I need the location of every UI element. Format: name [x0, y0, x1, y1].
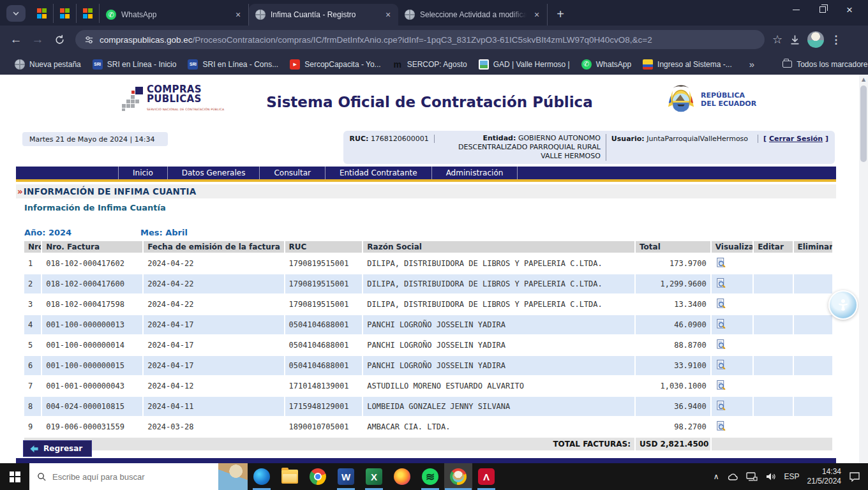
page-scrollbar[interactable]: ▲ — [859, 75, 868, 463]
restore-button[interactable] — [809, 0, 836, 19]
browser-tab[interactable]: Seleccione Actividad a modifica × — [398, 4, 548, 26]
bookmark-item[interactable]: SRI en Línea - Cons... — [182, 57, 284, 72]
language-indicator[interactable]: ESP — [784, 472, 800, 481]
start-button[interactable] — [0, 463, 29, 490]
visualizar-icon[interactable] — [715, 278, 726, 288]
tab-close-icon[interactable]: × — [233, 10, 243, 20]
cell-total: 33.9100 — [636, 356, 710, 375]
visualizar-icon[interactable] — [715, 380, 726, 390]
emblem-line1: REPÚBLICA — [701, 91, 756, 100]
address-bar[interactable]: compraspublicas.gob.ec/ProcesoContrataci… — [75, 30, 765, 49]
taskbar-app[interactable] — [304, 463, 332, 490]
cell-razon-social: PANCHI LOGROÑO JOSSELIN YADIRA — [363, 315, 634, 334]
new-tab-button[interactable]: + — [551, 5, 569, 23]
volume-icon[interactable] — [765, 472, 777, 481]
bookmark-favicon — [290, 59, 300, 70]
close-button[interactable]: × — [836, 0, 863, 19]
taskbar-app[interactable] — [472, 463, 500, 490]
site-settings-icon[interactable] — [84, 35, 94, 45]
bookmark-item[interactable]: SercopCapacita - Yo... — [284, 57, 386, 72]
cell-nro: 1 — [24, 254, 41, 273]
nav-menu-item[interactable]: Datos Generales — [168, 167, 260, 179]
year-label: Año: 2024 — [24, 228, 71, 237]
breadcrumb: INFORMACIÓN DE INFIMA CUANTIA — [24, 186, 197, 197]
visualizar-icon[interactable] — [715, 318, 726, 329]
bookmark-star-icon[interactable]: ☆ — [772, 33, 782, 47]
scrollbar-up-icon[interactable]: ▲ — [859, 75, 868, 84]
invoice-table-row: 8 004-024-000010815 2024-04-11 171594812… — [24, 397, 832, 416]
notification-center-icon[interactable] — [849, 471, 860, 482]
cell-nro: 4 — [24, 315, 41, 334]
search-input[interactable] — [52, 472, 213, 482]
floating-accessibility-widget[interactable] — [828, 290, 858, 320]
reload-button[interactable] — [50, 30, 69, 49]
tray-chevron-up-icon[interactable]: ∧ — [714, 472, 719, 481]
taskbar-app[interactable] — [360, 463, 388, 490]
cell-nro: 3 — [24, 295, 41, 314]
taskbar-app[interactable] — [416, 463, 444, 490]
taskbar-app[interactable] — [276, 463, 304, 490]
taskbar-app[interactable] — [332, 463, 360, 490]
nav-menu-item[interactable]: Inicio — [118, 167, 168, 179]
search-spotlight-image[interactable] — [218, 463, 248, 490]
visualizar-icon[interactable] — [715, 400, 726, 411]
bookmark-item[interactable]: Nueva pestaña — [9, 57, 87, 72]
visualizar-icon[interactable] — [715, 257, 726, 268]
scrollbar-thumb[interactable] — [860, 85, 867, 162]
taskbar-app-icon — [281, 470, 298, 484]
pinned-tab[interactable] — [31, 4, 54, 23]
taskbar-app[interactable] — [444, 463, 472, 490]
bookmarks-overflow-icon[interactable]: » — [743, 59, 761, 70]
tab-close-icon[interactable]: × — [383, 10, 393, 20]
forward-button-browser[interactable]: → — [28, 30, 47, 49]
entidad-field: Entidad: GOBIERNO AUTONOMO DESCENTRALIZA… — [440, 134, 601, 161]
cell-razon-social: ASTUDILLO MORENO ESTUARDO ALVARITO — [363, 376, 634, 396]
taskbar-app[interactable] — [248, 463, 276, 490]
tab-search-button[interactable] — [6, 5, 26, 22]
cell-ruc: 1710148139001 — [285, 376, 363, 396]
profile-avatar[interactable] — [807, 31, 824, 48]
bookmark-item[interactable]: SERCOP: Agosto — [387, 57, 473, 72]
browser-tab[interactable]: Infima Cuantía - Registro × — [249, 4, 398, 26]
visualizar-icon[interactable] — [715, 339, 726, 350]
nav-menu-item[interactable]: Administración — [432, 167, 518, 179]
search-icon — [37, 472, 47, 482]
divider — [434, 135, 435, 143]
cell-ruc: 1790819515001 — [285, 295, 363, 314]
pinned-tab[interactable] — [54, 4, 77, 23]
cell-total: 46.0900 — [636, 315, 710, 334]
visualizar-icon[interactable] — [715, 298, 726, 309]
visualizar-icon[interactable] — [715, 359, 726, 370]
nav-menu-item[interactable]: Entidad Contratante — [326, 167, 432, 179]
back-button-browser[interactable]: ← — [6, 30, 26, 49]
browser-tabbar: WhatsApp × Infima Cuantía - Registro × S… — [0, 0, 868, 26]
all-bookmarks-button[interactable]: Todos los marcadores — [777, 57, 868, 71]
nav-menu-item[interactable]: Consultar — [260, 167, 326, 179]
bookmark-item[interactable]: WhatsApp — [576, 57, 637, 72]
network-icon[interactable] — [746, 472, 758, 481]
browser-menu-icon[interactable]: ⋮ — [830, 33, 841, 47]
logout-link[interactable]: [ Cerrar Sesión ] — [763, 134, 828, 143]
onedrive-icon[interactable] — [727, 472, 738, 481]
download-icon[interactable] — [789, 34, 801, 46]
minimize-button[interactable] — [782, 0, 809, 19]
visualizar-icon[interactable] — [715, 420, 726, 431]
cell-visualizar — [712, 376, 752, 396]
cell-factura: 001-100-000000013 — [42, 315, 142, 334]
cell-fecha: 2024-04-12 — [144, 376, 283, 396]
tab-close-icon[interactable]: × — [532, 10, 542, 20]
bookmark-item[interactable]: Ingreso al Sistema -... — [637, 57, 738, 72]
taskbar-app[interactable] — [388, 463, 416, 490]
cell-factura: 004-024-000010815 — [42, 397, 142, 416]
bookmark-item[interactable]: GAD | Valle Hermoso | — [473, 57, 576, 72]
bookmark-label: SERCOP: Agosto — [407, 60, 467, 69]
bookmark-item[interactable]: SRI en Línea - Inicio — [87, 57, 183, 72]
taskbar-app-icon — [338, 468, 354, 485]
browser-tab[interactable]: WhatsApp × — [100, 4, 249, 26]
cell-editar — [754, 274, 792, 293]
invoice-table-row: 2 018-102-000417600 2024-04-22 179081951… — [24, 274, 832, 293]
regresar-button[interactable]: Regresar — [23, 440, 92, 457]
clock[interactable]: 14:34 21/5/2024 — [807, 467, 841, 486]
taskbar-search[interactable] — [29, 463, 248, 490]
pinned-tab[interactable] — [77, 4, 100, 23]
